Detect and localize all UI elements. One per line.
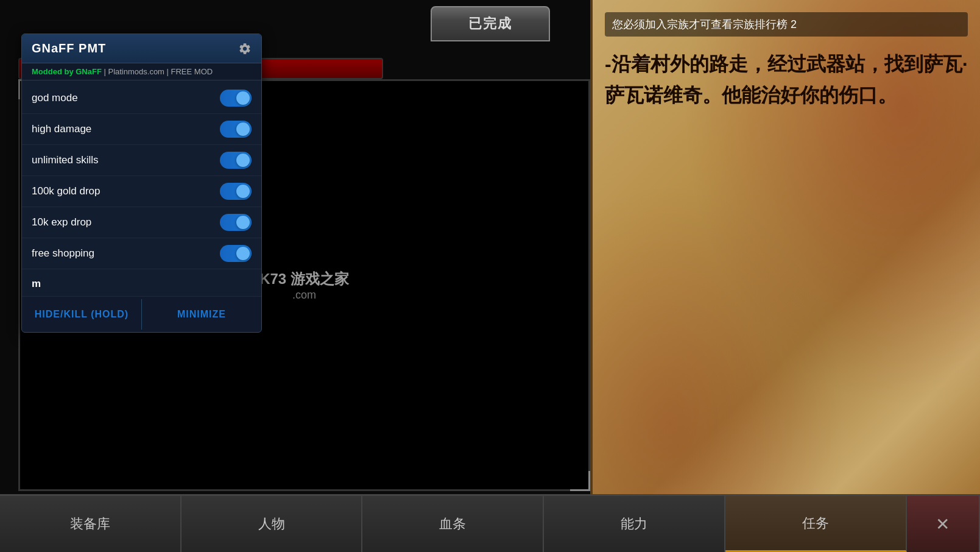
completed-button[interactable]: 已完成 — [431, 6, 550, 41]
nav-item-character[interactable]: 人物 — [182, 496, 363, 552]
nav-label-equipment: 装备库 — [70, 515, 110, 533]
pmt-toggle-free-shopping[interactable] — [220, 245, 252, 262]
bottom-nav: 装备库 人物 血条 能力 任务 ✕ — [0, 494, 980, 552]
pmt-subtitle: Modded by GNaFF | Platinmods.com | FREE … — [22, 63, 261, 80]
nav-item-equipment[interactable]: 装备库 — [0, 496, 182, 552]
hide-kill-button[interactable]: HIDE/KILL (HOLD) — [22, 299, 142, 330]
nav-label-health: 血条 — [439, 515, 466, 533]
pmt-extra: m — [22, 272, 261, 297]
pmt-option-10k-exp: 10k exp drop — [22, 207, 261, 238]
watermark-url: .com — [259, 289, 349, 302]
pmt-title: GNaFF PMT — [32, 41, 106, 55]
watermark: K73 游戏之家 .com — [259, 269, 349, 302]
right-panel: 您必须加入宗族才可查看宗族排行榜 2 -沿着村外的路走，经过武器站，找到萨瓦·萨… — [590, 0, 980, 530]
pmt-toggle-high-damage[interactable] — [220, 121, 252, 138]
nav-label-quest: 任务 — [802, 514, 829, 533]
pmt-toggle-god-mode[interactable] — [220, 90, 252, 107]
nav-label-close: ✕ — [936, 514, 950, 534]
pmt-option-label-100k-gold: 100k gold drop — [32, 185, 100, 197]
pmt-panel: GNaFF PMT Modded by GNaFF | Platinmods.c… — [21, 34, 262, 333]
pmt-option-label-god-mode: god mode — [32, 92, 78, 104]
pmt-option-label-unlimited-skills: unlimited skills — [32, 154, 99, 166]
nav-label-ability: 能力 — [621, 515, 647, 533]
pmt-option-label-free-shopping: free shopping — [32, 247, 94, 260]
pmt-platform: | Platinmods.com | FREE MOD — [104, 67, 213, 76]
pmt-toggle-unlimited-skills[interactable] — [220, 152, 252, 169]
minimize-button[interactable]: MINIMIZE — [142, 299, 261, 330]
pmt-extra-label: m — [32, 278, 41, 289]
watermark-brand: K73 游戏之家 — [259, 269, 349, 289]
pmt-option-high-damage: high damage — [22, 114, 261, 145]
nav-item-close[interactable]: ✕ — [907, 496, 980, 552]
gear-icon[interactable] — [238, 42, 252, 55]
nav-label-character: 人物 — [258, 515, 285, 533]
pmt-options: god mode high damage unlimited skills 10… — [22, 80, 261, 272]
nav-item-quest[interactable]: 任务 — [725, 496, 907, 552]
nav-item-health[interactable]: 血条 — [362, 496, 544, 552]
pmt-option-free-shopping: free shopping — [22, 238, 261, 269]
pmt-modded-by: Modded by GNaFF — [32, 67, 102, 76]
nav-item-ability[interactable]: 能力 — [544, 496, 725, 552]
pmt-footer: HIDE/KILL (HOLD) MINIMIZE — [22, 297, 261, 332]
pmt-option-100k-gold: 100k gold drop — [22, 176, 261, 207]
pmt-toggle-100k-gold[interactable] — [220, 183, 252, 200]
pmt-option-label-10k-exp: 10k exp drop — [32, 216, 91, 228]
pmt-option-god-mode: god mode — [22, 83, 261, 114]
pmt-toggle-10k-exp[interactable] — [220, 214, 252, 231]
pmt-header: GNaFF PMT — [22, 34, 261, 63]
pmt-option-unlimited-skills: unlimited skills — [22, 145, 261, 176]
pmt-option-label-high-damage: high damage — [32, 123, 91, 135]
